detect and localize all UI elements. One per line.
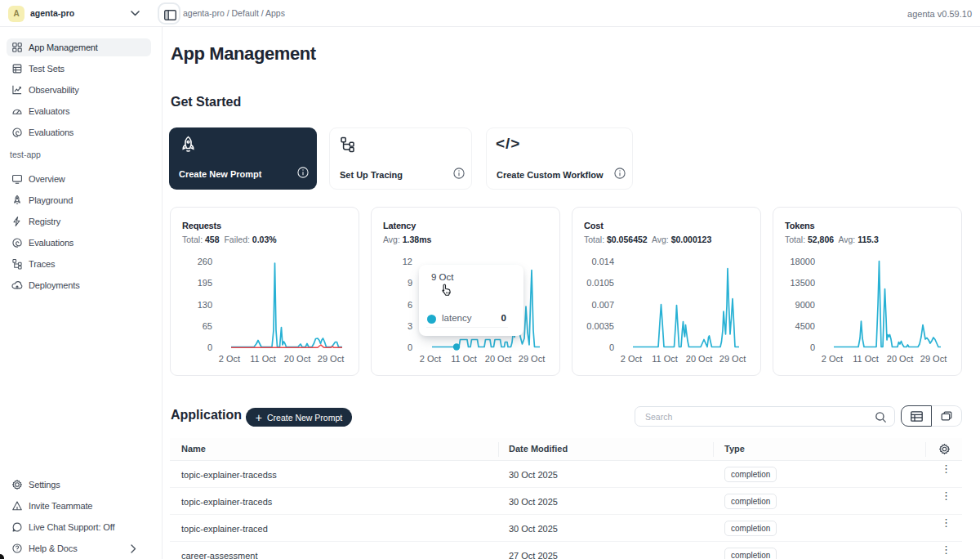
svg-text:2 Oct: 2 Oct — [219, 354, 240, 364]
svg-text:29 Oct: 29 Oct — [719, 354, 746, 364]
svg-text:0: 0 — [408, 342, 412, 352]
svg-text:11 Oct: 11 Oct — [250, 354, 276, 364]
svg-text:9: 9 — [408, 278, 412, 288]
svg-text:20 Oct: 20 Oct — [686, 354, 712, 364]
svg-text:130: 130 — [198, 300, 212, 310]
svg-text:65: 65 — [203, 321, 212, 331]
svg-text:12: 12 — [403, 257, 412, 266]
svg-text:0.014: 0.014 — [591, 257, 614, 266]
svg-text:20 Oct: 20 Oct — [485, 354, 511, 364]
svg-text:11 Oct: 11 Oct — [451, 354, 477, 364]
svg-text:0.0035: 0.0035 — [586, 321, 614, 331]
svg-text:29 Oct: 29 Oct — [519, 354, 545, 364]
svg-text:18000: 18000 — [790, 257, 815, 266]
svg-text:11 Oct: 11 Oct — [652, 354, 678, 364]
svg-text:2 Oct: 2 Oct — [621, 354, 642, 364]
svg-text:0.0105: 0.0105 — [586, 278, 614, 288]
svg-text:0: 0 — [609, 342, 614, 352]
svg-text:0.007: 0.007 — [591, 300, 614, 310]
svg-text:29 Oct: 29 Oct — [318, 354, 344, 364]
svg-text:0: 0 — [207, 342, 212, 352]
svg-text:2 Oct: 2 Oct — [822, 354, 843, 364]
svg-text:4500: 4500 — [795, 321, 815, 331]
svg-text:11 Oct: 11 Oct — [853, 354, 879, 364]
svg-text:6: 6 — [408, 300, 412, 310]
svg-text:13500: 13500 — [790, 278, 815, 288]
svg-text:9000: 9000 — [795, 300, 815, 310]
svg-text:195: 195 — [198, 278, 212, 288]
svg-text:3: 3 — [408, 321, 412, 331]
svg-text:2 Oct: 2 Oct — [420, 354, 441, 364]
svg-text:20 Oct: 20 Oct — [887, 354, 913, 364]
svg-text:20 Oct: 20 Oct — [284, 354, 310, 364]
svg-text:29 Oct: 29 Oct — [920, 354, 947, 364]
svg-text:0: 0 — [810, 342, 815, 352]
svg-text:260: 260 — [198, 257, 212, 266]
